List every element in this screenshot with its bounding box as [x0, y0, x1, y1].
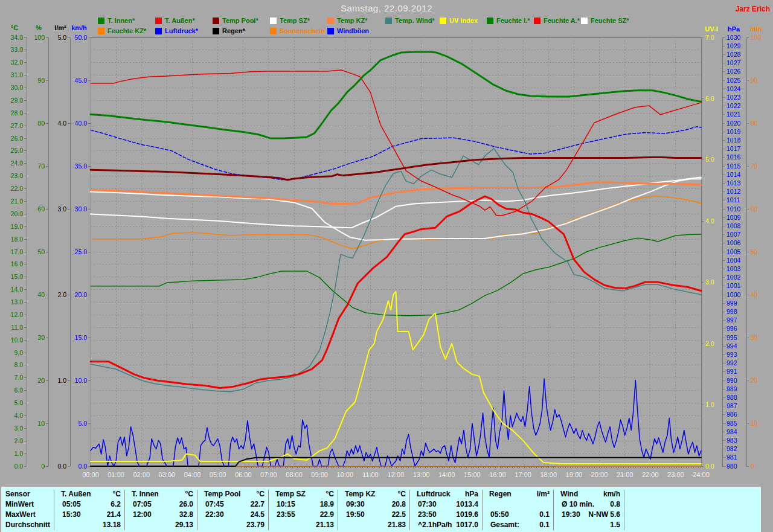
- svg-text:1005: 1005: [726, 248, 741, 255]
- svg-text:999: 999: [726, 300, 737, 307]
- svg-text:km/h: km/h: [71, 24, 87, 31]
- svg-text:1017: 1017: [726, 145, 741, 152]
- table-col-name: Temp Pool: [204, 490, 240, 498]
- svg-text:988: 988: [726, 394, 737, 401]
- svg-text:986: 986: [726, 411, 737, 418]
- table-col-unit: l/m²: [537, 490, 550, 498]
- table-value: 6.2: [111, 501, 121, 508]
- svg-text:50: 50: [751, 248, 758, 255]
- svg-text:12.0: 12.0: [11, 311, 24, 318]
- table-value: 0.8: [610, 501, 620, 508]
- svg-text:2.0: 2.0: [57, 291, 66, 298]
- svg-text:80: 80: [751, 120, 758, 127]
- svg-text:15.0: 15.0: [11, 273, 24, 280]
- svg-text:30: 30: [751, 334, 758, 341]
- svg-text:18:00: 18:00: [540, 471, 557, 478]
- svg-text:30.0: 30.0: [11, 84, 24, 91]
- svg-text:997: 997: [726, 316, 737, 324]
- table-value: 21.13: [316, 521, 334, 529]
- svg-text:02:00: 02:00: [133, 471, 150, 478]
- svg-text:70: 70: [37, 162, 45, 170]
- table-row-label: MaxWert: [5, 511, 36, 519]
- svg-text:45.0: 45.0: [75, 77, 88, 84]
- svg-text:hPa: hPa: [728, 25, 740, 33]
- table-separator: [338, 490, 338, 530]
- table-col-name: T. Innen: [132, 490, 159, 498]
- svg-text:5.0: 5.0: [57, 34, 66, 41]
- series-regen: [91, 458, 701, 466]
- svg-text:996: 996: [726, 325, 737, 332]
- svg-text:0.0: 0.0: [705, 463, 714, 470]
- svg-text:994: 994: [726, 342, 737, 350]
- table-value: 22.9: [320, 511, 334, 519]
- svg-text:991: 991: [726, 368, 737, 375]
- table-separator: [124, 490, 125, 530]
- svg-text:1012: 1012: [726, 188, 741, 195]
- table-value-time: 12:00: [133, 511, 152, 519]
- table-value-time: 07:05: [133, 501, 152, 508]
- svg-text:l/m²: l/m²: [54, 24, 66, 31]
- svg-text:%: %: [36, 24, 42, 31]
- svg-text:1002: 1002: [726, 274, 741, 281]
- svg-text:00:00: 00:00: [82, 471, 99, 478]
- svg-text:981: 981: [726, 453, 737, 461]
- svg-text:5.0: 5.0: [705, 156, 714, 163]
- table-value: 0.1: [539, 511, 550, 519]
- svg-text:17:00: 17:00: [515, 471, 531, 478]
- svg-text:90: 90: [751, 77, 758, 84]
- table-value-time: 23:55: [277, 511, 295, 519]
- svg-text:983: 983: [726, 437, 737, 444]
- chart-canvas: 0.01.02.03.04.05.06.07.08.09.010.011.012…: [0, 0, 773, 486]
- svg-text:31.0: 31.0: [11, 71, 24, 79]
- svg-text:1026: 1026: [726, 68, 741, 75]
- svg-text:16.0: 16.0: [11, 260, 24, 268]
- svg-text:60: 60: [37, 205, 45, 213]
- svg-text:50: 50: [37, 248, 45, 255]
- svg-text:3.0: 3.0: [705, 278, 714, 286]
- sensor-stats-table: SensorMinWertMaxWertDurchschnittT. Außen…: [1, 487, 761, 532]
- svg-text:1029: 1029: [726, 42, 741, 50]
- svg-text:6.0: 6.0: [705, 95, 714, 102]
- svg-text:1024: 1024: [726, 85, 741, 92]
- svg-text:995: 995: [726, 334, 737, 341]
- svg-text:7.0: 7.0: [705, 34, 714, 41]
- table-value: 1.5: [610, 521, 620, 529]
- table-value-time: 05:50: [490, 511, 509, 519]
- axis-km/h: 0.05.010.015.020.025.030.035.040.045.050…: [71, 24, 91, 470]
- table-value: 1019.6: [456, 511, 478, 519]
- svg-text:33.0: 33.0: [11, 46, 24, 53]
- svg-text:9.0: 9.0: [14, 349, 23, 356]
- svg-text:989: 989: [726, 385, 737, 393]
- svg-text:24.0: 24.0: [11, 159, 24, 167]
- svg-text:30.0: 30.0: [75, 205, 88, 213]
- axis-UV-I: 0.01.02.03.04.05.06.07.0UV-I: [701, 25, 718, 470]
- grid-lines: [91, 37, 701, 466]
- svg-text:20.0: 20.0: [75, 291, 88, 298]
- svg-text:40: 40: [751, 291, 758, 298]
- svg-text:40.0: 40.0: [75, 120, 88, 127]
- svg-text:1015: 1015: [726, 162, 741, 170]
- table-value: 24.5: [251, 511, 265, 519]
- table-col-name: T. Außen: [61, 490, 91, 498]
- svg-text:0.0: 0.0: [14, 463, 23, 470]
- svg-text:10: 10: [751, 420, 758, 427]
- svg-text:15:00: 15:00: [464, 471, 481, 478]
- svg-text:990: 990: [726, 377, 737, 384]
- svg-text:27.0: 27.0: [11, 122, 24, 129]
- svg-text:25.0: 25.0: [75, 248, 88, 255]
- svg-text:1019: 1019: [726, 128, 741, 135]
- svg-text:1013: 1013: [726, 179, 741, 187]
- svg-text:06:00: 06:00: [235, 471, 252, 478]
- table-col-name: Regen: [489, 490, 512, 498]
- table-value: 21.83: [388, 521, 406, 529]
- svg-text:6.0: 6.0: [14, 386, 23, 394]
- table-value-time: 05:05: [62, 501, 81, 508]
- svg-text:3.0: 3.0: [14, 425, 23, 432]
- svg-text:70: 70: [751, 162, 758, 170]
- svg-text:7.0: 7.0: [14, 374, 23, 381]
- svg-text:4.0: 4.0: [14, 412, 23, 419]
- svg-text:50.0: 50.0: [75, 34, 88, 41]
- table-value-time: 10:15: [277, 501, 295, 508]
- table-value: 20.8: [392, 501, 406, 508]
- svg-text:20.0: 20.0: [11, 210, 24, 217]
